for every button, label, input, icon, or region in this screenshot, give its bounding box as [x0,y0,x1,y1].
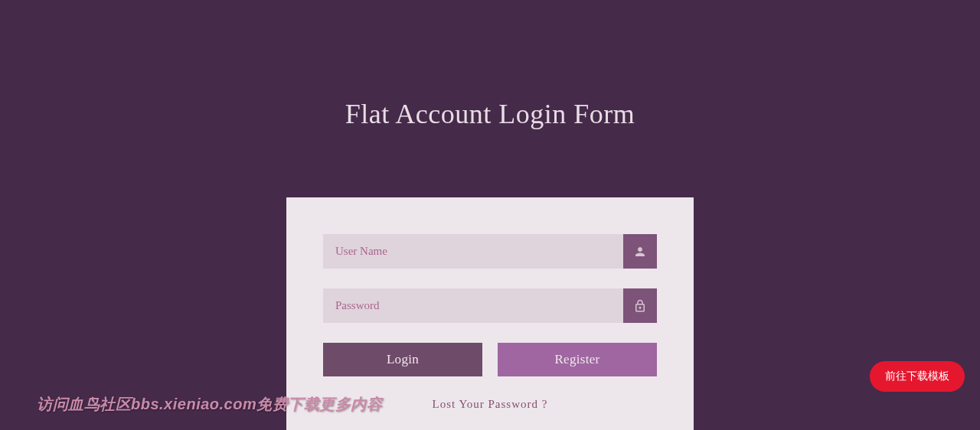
register-button[interactable]: Register [498,343,657,376]
lock-icon [623,288,657,323]
user-icon [623,234,657,269]
download-template-button[interactable]: 前往下载模板 [870,361,965,392]
password-input[interactable] [323,288,623,323]
button-row: Login Register [323,343,657,376]
username-row [323,234,657,269]
watermark-text: 访问血鸟社区bbs.xieniao.com免费下载更多内容 [37,394,382,415]
username-input[interactable] [323,234,623,269]
password-row [323,288,657,323]
page-title: Flat Account Login Form [0,0,980,130]
login-button[interactable]: Login [323,343,482,376]
